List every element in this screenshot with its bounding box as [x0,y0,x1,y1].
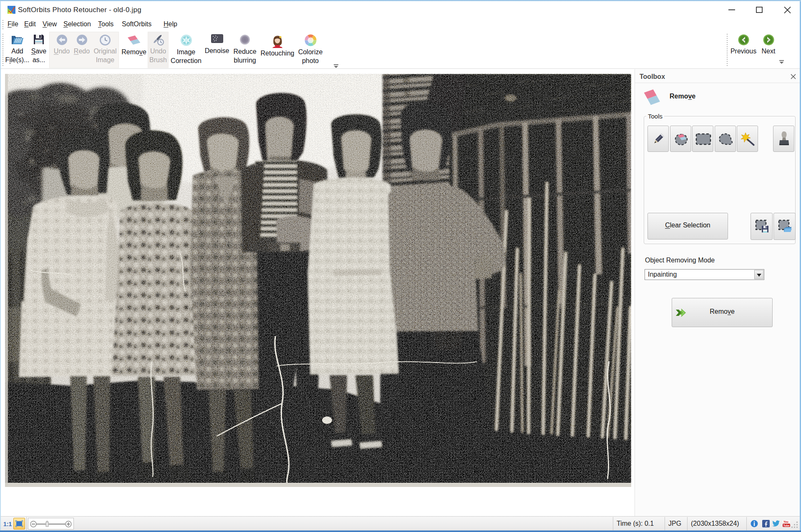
svg-text:You: You [783,520,788,523]
svg-text:Tube: Tube [783,524,790,527]
